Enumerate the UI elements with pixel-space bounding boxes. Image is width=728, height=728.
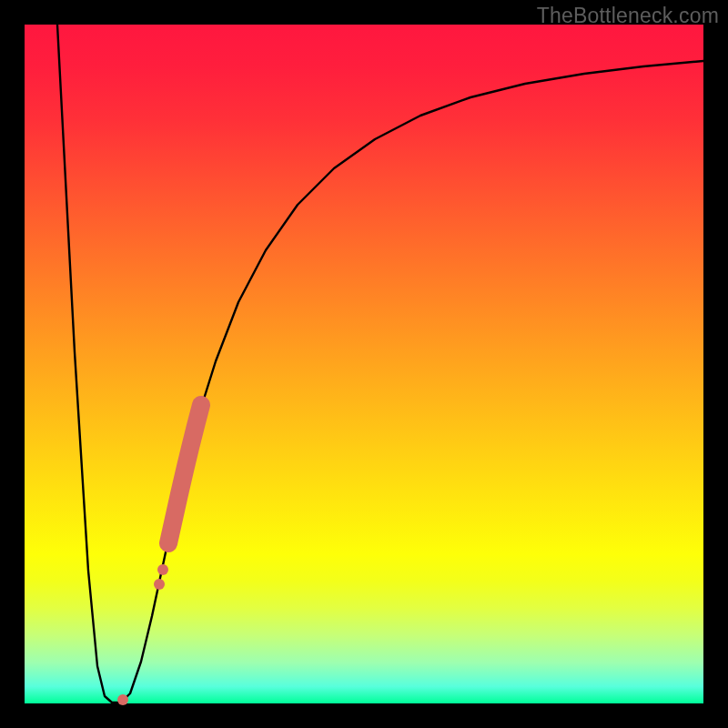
- marker-segment: [168, 405, 201, 543]
- marker-dot-bottom: [117, 694, 128, 705]
- marker-dot: [154, 579, 165, 590]
- bottleneck-curve: [57, 25, 703, 703]
- marker-group: [117, 405, 201, 705]
- curve-line: [57, 25, 703, 703]
- outer-frame: TheBottleneck.com: [0, 0, 728, 728]
- marker-dot: [157, 564, 168, 575]
- watermark-text: TheBottleneck.com: [537, 4, 719, 28]
- chart-svg: [25, 25, 703, 703]
- plot-area: [25, 25, 703, 703]
